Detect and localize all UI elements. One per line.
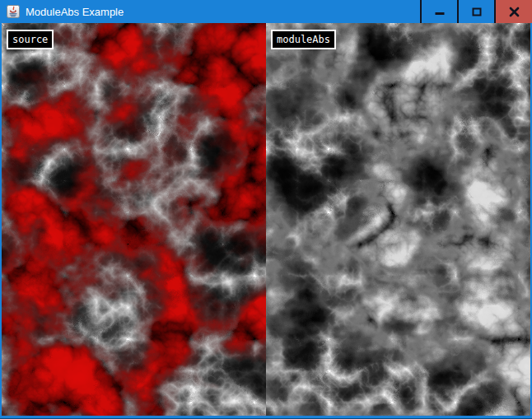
- close-button[interactable]: [494, 0, 532, 23]
- source-panel: source: [2, 23, 266, 416]
- title-bar[interactable]: ModuleAbs Example: [0, 0, 532, 23]
- render-area: source: [2, 23, 530, 416]
- app-window: ModuleAbs Example: [0, 0, 532, 419]
- window-controls: [420, 0, 532, 23]
- moduleabs-noise-image: [266, 23, 530, 416]
- window-title: ModuleAbs Example: [26, 6, 124, 18]
- maximize-button[interactable]: [457, 0, 494, 23]
- close-icon: [509, 7, 520, 17]
- moduleabs-panel: moduleAbs: [266, 23, 530, 416]
- minimize-icon: [435, 0, 445, 23]
- moduleabs-label: moduleAbs: [271, 30, 336, 49]
- source-noise-image: [2, 23, 266, 416]
- maximize-icon: [472, 7, 482, 16]
- java-coffee-cup-icon[interactable]: [7, 5, 20, 18]
- source-label: source: [7, 30, 54, 49]
- minimize-button[interactable]: [420, 0, 457, 23]
